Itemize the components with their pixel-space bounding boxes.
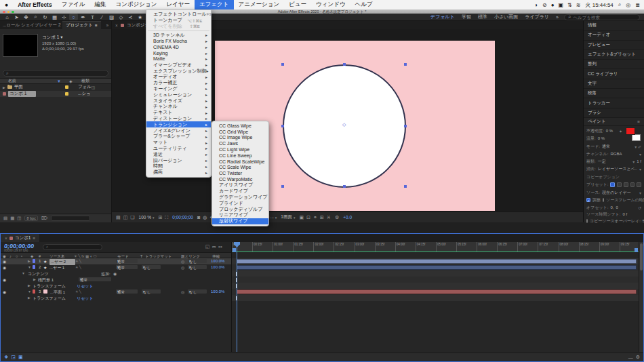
clone-preset-4[interactable] (630, 182, 635, 187)
paint-source-dropdown[interactable]: 現在のレイヤー (602, 190, 631, 196)
panel-section-header[interactable]: 情報 (584, 21, 644, 31)
panel-section-header[interactable]: トラッカー (584, 98, 644, 108)
menubar-item[interactable]: After Effects (13, 0, 57, 9)
menubar-item[interactable]: ウィンドウ (311, 0, 350, 9)
lock-column-icon[interactable]: ▫ (21, 254, 22, 258)
trackmatte-dropdown[interactable]: なし ▾ (142, 289, 161, 294)
menubar-clock[interactable]: 火 15:44:54 (585, 1, 613, 9)
comp-thumbnail[interactable] (3, 34, 38, 57)
label-column[interactable]: ◈ (31, 254, 33, 258)
trackmatte-dropdown[interactable]: なし ▾ (142, 265, 161, 269)
brush-tool[interactable]: ∕ (98, 14, 106, 20)
project-row-folder[interactable]: ▶平面 フォル◫ (0, 84, 111, 91)
blend-mode-dropdown[interactable]: 通常 ▾ (116, 265, 138, 269)
layer-row-3[interactable]: ◉ ▼ 3 ...平面 1 ☀ ╲ 通常 ▾ なし ▾ ◎ なし ▾ 100.0… (1, 289, 231, 295)
control-center-icon[interactable]: ≣ (635, 2, 640, 8)
timeline-toggle-icon[interactable]: ◲ (11, 355, 16, 360)
effect-menu-item[interactable]: すべてを削除 ⇧⌘E (146, 24, 211, 30)
status-icon[interactable]: ⇅ (567, 2, 572, 8)
selection-handle[interactable] (343, 185, 346, 188)
type-tool[interactable]: T (88, 14, 97, 20)
eye-icon[interactable]: ◉ (3, 259, 6, 264)
layer-bar-1[interactable] (237, 259, 637, 264)
project-footer-icon[interactable]: ▤ (3, 216, 7, 221)
timeline-scrollbar[interactable] (639, 242, 643, 352)
viewer-icon[interactable]: ▣ (299, 215, 304, 220)
expand-arrow-icon[interactable]: ▼ (22, 271, 25, 275)
status-icon[interactable]: ≋ (576, 2, 581, 8)
status-icon[interactable]: ◗ (535, 2, 538, 8)
panel-menu-icon[interactable]: ≡ (95, 23, 98, 28)
timeline-tab[interactable]: × コンポ1 ≡ (1, 234, 39, 242)
expand-arrow-icon[interactable]: ▼ (28, 289, 31, 294)
viewer-tab-close-icon[interactable]: × (115, 23, 118, 28)
puppet-tool[interactable]: ★ (136, 14, 144, 20)
reset-icon[interactable]: ↺ (638, 205, 641, 210)
home-tool[interactable]: ⌂ (3, 14, 12, 20)
expand-arrow-icon[interactable]: ▶ (28, 259, 31, 263)
siri-icon[interactable]: ◎ (626, 2, 630, 8)
gear-icon[interactable]: ⚙ (636, 355, 640, 360)
paint-panel-title[interactable]: ペイント (588, 119, 606, 125)
work-area-start[interactable] (233, 248, 236, 252)
layer-bar-2[interactable] (237, 265, 637, 270)
workspace-tab[interactable]: 小さい画面 (494, 14, 518, 20)
trash-icon[interactable]: ⌦ (41, 216, 47, 221)
ellipse-group-row[interactable]: ◉ ▶ 楕円形 1 通常 ▾ (1, 277, 231, 283)
bit-depth-button[interactable]: 8 bpc (24, 216, 37, 221)
work-area-end[interactable] (635, 248, 638, 252)
parent-pickwhip-icon[interactable]: ◎ (181, 289, 184, 294)
viewer-icon[interactable]: ◍ (203, 215, 207, 220)
status-icon[interactable]: ● (551, 2, 555, 8)
parent-pickwhip-icon[interactable]: ◎ (181, 259, 184, 264)
workspace-tab[interactable]: ライブラリ (525, 14, 549, 20)
project-footer-field[interactable] (51, 216, 90, 221)
viewer-icon[interactable]: ⊞ (320, 215, 324, 220)
group-blend-dropdown[interactable]: 通常 ▾ (79, 277, 111, 281)
viewer-icon[interactable]: ⚭ (313, 215, 317, 220)
expand-arrow-icon[interactable]: ▼ (28, 265, 31, 269)
panel-section-header[interactable]: 整列 (584, 60, 644, 69)
paint-duration-dropdown[interactable]: 一定 (598, 159, 606, 165)
track-area[interactable]: 00f00:15f01:00f01:15f02:00f02:15f03:00f0… (231, 242, 639, 352)
pan-behind-tool[interactable]: ⊹ (60, 14, 68, 20)
timeline-toggle-icon[interactable]: ▣ (18, 355, 23, 360)
panel-menu-icon[interactable]: ≡ (637, 119, 640, 124)
viewer-icon[interactable]: ◙ (197, 215, 200, 220)
workspace-tab[interactable]: 標準 (478, 14, 487, 20)
exposure-value[interactable]: +0.0 (343, 215, 352, 220)
panel-section-header[interactable]: 文字 (584, 79, 644, 89)
tab-project[interactable]: プロジェクト≡ (62, 21, 101, 29)
pen-tool[interactable]: ✒ (79, 14, 87, 20)
column-label-icon[interactable]: ◈ (69, 79, 81, 83)
anchor-point-icon[interactable]: ◇ (342, 122, 346, 127)
selection-handle[interactable] (281, 63, 284, 66)
timeline-search-box[interactable]: ⌕ (43, 244, 102, 250)
panel-section-header[interactable]: 段落 (584, 89, 644, 98)
parent-dropdown[interactable]: なし ▾ (188, 259, 207, 263)
clone-overlay-checkbox[interactable] (586, 219, 588, 223)
sort-arrow-icon[interactable]: ▼ (57, 79, 69, 83)
project-footer-icon[interactable]: ◫ (17, 216, 21, 221)
effect-menu-item[interactable]: 3D チャンネル ▸ (146, 32, 211, 38)
column-type[interactable]: 種類 (81, 78, 89, 84)
menubar-item[interactable]: エフェクト (195, 0, 234, 9)
playhead[interactable] (237, 242, 237, 352)
apple-menu-icon[interactable]: ● (0, 0, 13, 9)
label-chip[interactable] (33, 289, 35, 294)
switches-column[interactable]: ☀ ╲ fx ▦ ◐ ⬡ (74, 254, 96, 258)
hand-tool[interactable]: ✥ (22, 14, 31, 20)
transform-row[interactable]: ▶ トランスフォーム リセット (1, 295, 231, 301)
selection-tool[interactable]: ➤ (12, 14, 21, 20)
eye-icon[interactable]: ◉ (3, 265, 6, 270)
eye-icon[interactable]: ◉ (3, 289, 6, 294)
lock-source-time-checkbox[interactable] (603, 198, 604, 202)
eraser-tool[interactable]: ◇ (117, 14, 125, 20)
viewer-timecode[interactable]: 0;00;00;00 (172, 215, 193, 220)
project-footer-icon[interactable]: ▦ (10, 216, 14, 221)
spotlight-icon[interactable]: ⌕ (618, 1, 621, 8)
clone-preset-5[interactable] (637, 182, 641, 187)
transition-submenu-item[interactable]: 放射状ワイプ (212, 218, 268, 224)
paint-opacity[interactable]: 0 % (606, 129, 613, 133)
panel-section-header[interactable]: ブラシ (584, 108, 644, 118)
